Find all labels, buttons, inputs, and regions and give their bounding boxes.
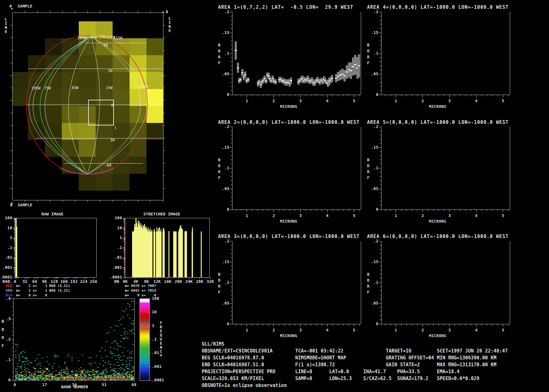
metadata-line-scale: SCALE=326.653 KM/PIXEL SAMP=8 LON=25.3 S…	[202, 375, 508, 382]
svg-text:8K: 8K	[144, 279, 149, 284]
metadata-line-end-sclk: END SCLK=04016987.51.0 F(1 u)=1398.72 GA…	[202, 361, 508, 368]
svg-text:.05: .05	[371, 72, 378, 76]
svg-text:.05: .05	[222, 186, 229, 191]
svg-text:4: 4	[475, 98, 477, 103]
svg-text:0: 0	[376, 207, 378, 212]
grn-stats-row: GRN: m= 1 s= 1 B68 (5.21)	[6, 289, 70, 293]
svg-text:MICRONS: MICRONS	[280, 219, 297, 224]
svg-text:.05: .05	[371, 301, 378, 305]
svg-text:.2: .2	[224, 239, 229, 243]
svg-text:.15: .15	[222, 259, 229, 264]
svg-text:51: 51	[102, 382, 107, 387]
io-map-overlay: 1105W45W15W345W315W105W75W45W15W345W6030…	[10, 8, 165, 204]
svg-text:.1: .1	[373, 51, 378, 56]
svg-text:2: 2	[272, 213, 275, 218]
red-values: m= 1 s= 1 B68 (5.21)	[16, 284, 70, 288]
svg-text:68: 68	[131, 382, 136, 387]
svg-text:.05: .05	[222, 72, 229, 76]
svg-text:3: 3	[299, 213, 302, 218]
svg-text:.15: .15	[371, 145, 378, 150]
svg-text:F: F	[367, 290, 370, 294]
svg-text:5: 5	[353, 98, 355, 103]
svg-text:1: 1	[246, 98, 248, 103]
metadata-line-instrument: GLL/NIMS	[202, 341, 508, 347]
svg-text:256: 256	[90, 279, 97, 284]
svg-text:R: R	[367, 284, 370, 289]
area-2-title: AREA 2=(0,0,0,0) LAT=-1000.0 LON=-1000.0…	[218, 119, 360, 125]
metadata-line-obsnote: OBSNOTE=Io eclipse observation	[202, 382, 508, 389]
svg-text:B: B	[367, 157, 370, 162]
svg-text:10: 10	[117, 225, 122, 230]
svg-text:32K: 32K	[206, 279, 214, 284]
svg-text:R: R	[218, 284, 221, 289]
observation-metadata: GLL/NIMS OBSNAME/EXT=C9INCOOLCV01A TCA=-…	[202, 341, 508, 389]
blu-values: m= 0 s= 0	[16, 293, 47, 297]
svg-text:.0001: .0001	[152, 378, 164, 382]
svg-text:2: 2	[421, 213, 424, 218]
svg-text:.2: .2	[6, 337, 11, 342]
svg-text:.15: .15	[222, 145, 229, 150]
area-2-plot: 0.05.1.15.2BDRF12345MICRONS	[218, 124, 361, 224]
area-5-plot: 0.05.1.15.2BDRF12345MICRONS	[367, 124, 510, 224]
svg-text:345W: 345W	[139, 84, 148, 89]
frequency-colorbar	[140, 299, 150, 381]
svg-text:1: 1	[395, 213, 397, 218]
svg-text:.3: .3	[6, 316, 11, 321]
svg-text:MICRONS: MICRONS	[280, 104, 297, 109]
svg-text:192: 192	[70, 279, 77, 284]
svg-text:.2: .2	[373, 239, 378, 243]
svg-text:.01: .01	[5, 255, 13, 260]
svg-text:D: D	[367, 49, 370, 53]
svg-text:0: 0	[227, 92, 229, 97]
nims-analysis-screen: 1105W45W15W345W315W105W75W45W15W345W6030…	[0, 0, 549, 392]
area-6-plot: 0.05.1.15.2BDRF12345MICRONS	[367, 239, 510, 338]
svg-text:4K: 4K	[133, 279, 138, 284]
svg-text:.1: .1	[224, 166, 229, 170]
svg-text:100: 100	[5, 215, 13, 220]
line-axis-label-right: LINE	[168, 16, 172, 33]
svg-text:D: D	[218, 163, 221, 168]
svg-text:224: 224	[80, 279, 88, 284]
area-1-title: AREA 1=(8,7,2,2) LAT= -0.5 LON= 29.9 WES…	[218, 4, 353, 10]
svg-text:D: D	[367, 278, 370, 283]
svg-text:.1: .1	[6, 357, 11, 362]
svg-text:B: B	[367, 43, 370, 47]
svg-text:.1: .1	[373, 280, 378, 285]
svg-text:D: D	[218, 49, 221, 53]
svg-text:15W: 15W	[99, 34, 105, 39]
area-5-title: AREA 5=(0,0,0,0) LAT=-1000.0 LON=-1000.0…	[367, 119, 509, 125]
svg-text:B: B	[218, 43, 221, 47]
sample-axis-label-top: SAMPLE	[18, 4, 32, 8]
svg-text:3: 3	[299, 98, 302, 103]
svg-text:F: F	[218, 290, 221, 294]
svg-text:.1: .1	[152, 337, 157, 342]
svg-text:2: 2	[421, 98, 424, 103]
svg-text:R: R	[367, 169, 370, 174]
svg-text:F: F	[218, 61, 221, 65]
svg-text:160: 160	[61, 279, 68, 284]
svg-text:5: 5	[502, 98, 504, 103]
svg-text:96: 96	[42, 279, 47, 284]
svg-text:2: 2	[421, 328, 424, 332]
grn-values: m= 1 s= 1 B68 (5.21)	[16, 289, 70, 293]
area-3-plot: 0.05.1.15.2BDRF12345MICRONS	[218, 239, 361, 338]
svg-text:.1: .1	[117, 245, 122, 250]
svg-text:MICRONS: MICRONS	[429, 219, 446, 224]
svg-text:24K: 24K	[185, 279, 193, 284]
svg-text:B: B	[218, 157, 221, 162]
svg-text:0: 0	[376, 321, 378, 326]
svg-text:30: 30	[108, 69, 112, 73]
svg-text:.001: .001	[112, 265, 122, 270]
svg-text:2: 2	[272, 328, 275, 332]
svg-text:30: 30	[110, 138, 115, 142]
svg-text:MICRONS: MICRONS	[429, 104, 446, 109]
svg-text:B: B	[367, 272, 370, 277]
stretched-stats-grn: m= 6942 s= 7014	[125, 289, 156, 293]
svg-text:12K: 12K	[153, 279, 161, 284]
svg-text:MICRONS: MICRONS	[280, 333, 297, 338]
svg-text:45W: 45W	[72, 86, 78, 90]
area-1-plot: 0.05.1.15.2BDRF12345MICRONS	[218, 9, 361, 109]
svg-text:.15: .15	[371, 259, 378, 264]
svg-text:0: 0	[13, 382, 16, 387]
metadata-line-beg-sclk: BEG SCLK=04016978.87.0 NIMSMODE=SHORT MA…	[202, 354, 508, 361]
